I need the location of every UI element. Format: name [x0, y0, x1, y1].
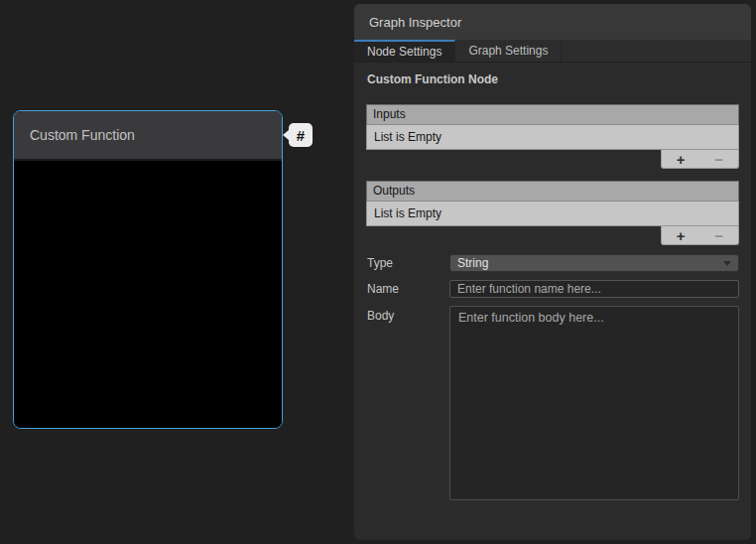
panel-title: Graph Inspector: [369, 15, 461, 30]
inputs-list-footer: + −: [366, 150, 739, 169]
function-name-input[interactable]: [449, 280, 739, 298]
tab-graph-settings[interactable]: Graph Settings: [455, 40, 562, 62]
outputs-footer-buttons: + −: [661, 226, 739, 245]
settings-tab-bar: Node Settings Graph Settings: [354, 40, 751, 63]
inputs-list: Inputs List is Empty + −: [366, 104, 739, 169]
body-label: Body: [366, 309, 449, 323]
function-body-textarea[interactable]: [449, 306, 739, 500]
type-label: Type: [366, 256, 449, 270]
outputs-list-footer: + −: [366, 226, 739, 245]
inputs-list-header: Inputs: [366, 104, 739, 125]
outputs-list: Outputs List is Empty + −: [366, 181, 739, 245]
hash-icon: #: [297, 127, 305, 144]
inputs-footer-buttons: + −: [661, 150, 739, 169]
outputs-empty-row: List is Empty: [366, 202, 739, 226]
outputs-remove-button[interactable]: −: [714, 228, 723, 243]
node-hash-badge[interactable]: #: [289, 123, 313, 147]
tab-node-settings[interactable]: Node Settings: [354, 40, 455, 62]
type-row: Type String: [366, 254, 739, 272]
type-dropdown[interactable]: String: [449, 254, 739, 272]
graph-inspector-panel: Graph Inspector Node Settings Graph Sett…: [354, 4, 751, 540]
name-label: Name: [366, 282, 449, 296]
custom-function-node[interactable]: Custom Function: [13, 110, 283, 429]
node-title-label: Custom Function: [30, 127, 135, 143]
inputs-empty-row: List is Empty: [366, 125, 739, 150]
type-dropdown-value: String: [457, 256, 488, 270]
outputs-add-button[interactable]: +: [677, 228, 686, 243]
node-title-bar[interactable]: Custom Function: [14, 111, 282, 161]
node-preview-area: [14, 161, 282, 428]
chevron-down-icon: [723, 261, 731, 266]
inputs-add-button[interactable]: +: [677, 152, 686, 167]
panel-header[interactable]: Graph Inspector: [354, 4, 751, 40]
outputs-list-header: Outputs: [366, 181, 739, 202]
body-row: Body: [366, 306, 739, 500]
function-settings-form: Type String Name Body: [354, 254, 751, 500]
name-row: Name: [366, 280, 739, 298]
badge-tail-icon: [283, 130, 289, 140]
inputs-remove-button[interactable]: −: [714, 152, 723, 167]
section-title: Custom Function Node: [367, 72, 751, 86]
